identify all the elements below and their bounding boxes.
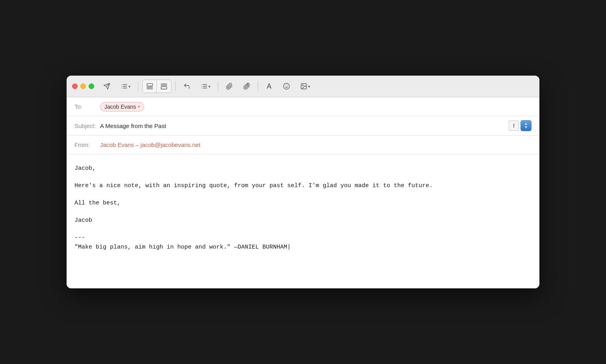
divider-3: [218, 82, 218, 91]
priority-stepper[interactable]: ▲ ▼: [520, 120, 532, 131]
divider-4: [258, 82, 258, 91]
reply-button[interactable]: [180, 80, 194, 93]
priority-button[interactable]: !: [509, 121, 519, 131]
reply-icon: [183, 83, 190, 90]
minimize-button[interactable]: [80, 84, 86, 89]
font-icon: A: [267, 82, 271, 91]
subject-label: Subject:: [74, 123, 100, 129]
quote-line: "Make big plans, aim high in hope and wo…: [74, 243, 532, 252]
svg-rect-8: [147, 84, 152, 86]
maximize-button[interactable]: [89, 84, 94, 89]
toolbar: ▾: [67, 76, 539, 97]
divider-2: [175, 82, 176, 91]
svg-point-23: [302, 85, 303, 85]
subject-actions: ! ▲ ▼: [509, 120, 532, 131]
hide-fields-icon: [160, 83, 167, 90]
attachment2-icon: [243, 83, 250, 90]
header-fields-group: [142, 80, 171, 93]
attachment-button[interactable]: [222, 80, 236, 93]
close-button[interactable]: [72, 84, 78, 89]
to-label: To:: [74, 103, 100, 110]
emoji-icon: [283, 83, 290, 90]
to-field-row: To: Jacob Evans ▾: [67, 97, 539, 116]
image-chevron: ▾: [308, 84, 310, 89]
list2-chevron: ▾: [208, 84, 210, 89]
closing-line: All the best,: [74, 199, 532, 208]
recipient-name: Jacob Evans: [104, 104, 136, 110]
list-chevron: ▾: [128, 84, 130, 89]
stepper-down-icon: ▼: [524, 126, 528, 129]
svg-point-18: [247, 84, 249, 85]
body-paragraph: Here's a nice note, with an inspiring qu…: [74, 181, 532, 191]
compose-area: To: Jacob Evans ▾ Subject: A Message fro…: [67, 97, 539, 288]
list2-button[interactable]: ▾: [197, 80, 214, 93]
signature-line: Jacob: [74, 216, 532, 225]
font-button[interactable]: A: [262, 80, 276, 93]
compose-window: ▾: [67, 76, 539, 288]
separator-line: ---: [74, 233, 532, 243]
attachment-icon: [226, 83, 233, 90]
greeting-line: Jacob,: [74, 164, 532, 173]
from-field-row: From: Jacob Evans – jacob@jacobevans.net: [67, 136, 539, 154]
priority-label: !: [513, 123, 515, 129]
list2-icon: [201, 83, 208, 90]
attachment2-button[interactable]: [240, 80, 254, 93]
quote-text: "Make big plans, aim high in hope and wo…: [74, 244, 287, 251]
show-fields-button[interactable]: [143, 80, 157, 93]
recipient-chevron: ▾: [138, 104, 140, 109]
from-value[interactable]: Jacob Evans – jacob@jacobevans.net: [100, 141, 201, 148]
divider-1: [138, 82, 138, 91]
svg-rect-10: [161, 84, 167, 86]
image-button[interactable]: ▾: [297, 80, 314, 93]
quote-section: --- "Make big plans, aim high in hope an…: [74, 233, 532, 252]
show-fields-icon: [146, 83, 153, 90]
email-body[interactable]: Jacob, Here's a nice note, with an inspi…: [67, 154, 539, 288]
format-list-button[interactable]: ▾: [117, 80, 134, 93]
svg-rect-9: [147, 87, 152, 89]
emoji-button[interactable]: [279, 80, 294, 93]
svg-rect-11: [161, 87, 167, 89]
subject-field-row: Subject: A Message from the Past ! ▲ ▼: [67, 116, 539, 136]
send-icon: [103, 83, 110, 90]
text-cursor: [287, 244, 291, 251]
from-label: From:: [74, 141, 100, 148]
list-icon: [121, 83, 128, 90]
send-button[interactable]: [100, 80, 114, 93]
recipient-chip[interactable]: Jacob Evans ▾: [100, 102, 144, 111]
svg-point-19: [284, 84, 290, 89]
subject-value[interactable]: A Message from the Past: [100, 123, 509, 129]
traffic-lights: [72, 84, 94, 89]
hide-fields-button[interactable]: [157, 80, 171, 93]
image-icon: [300, 83, 307, 90]
